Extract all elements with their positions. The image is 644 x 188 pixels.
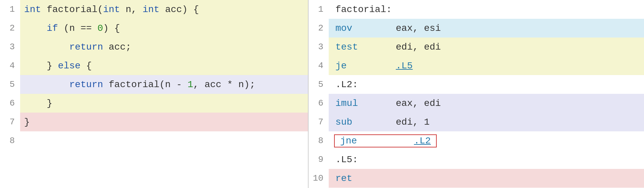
plain-token: , acc * n); (193, 79, 255, 90)
right-pane: 1factorial:2moveax, esi3testedi, edi4je.… (309, 0, 644, 188)
table-row: 8 (0, 131, 308, 150)
table-row: 2 if (n == 0) { (0, 19, 308, 38)
table-row: 3testedi, edi (309, 38, 644, 56)
table-row: 3 return acc; (0, 38, 308, 56)
line-content: imuleax, edi (329, 94, 644, 113)
table-row: 7} (0, 113, 308, 131)
line-content: int factorial(int n, int acc) { (20, 0, 308, 19)
line-number: 4 (309, 56, 329, 75)
plain-token: n, (120, 4, 143, 15)
plain-token: ) { (103, 23, 120, 34)
keyword-token: return (69, 42, 103, 52)
line-number: 8 (0, 131, 20, 150)
plain-token: } (24, 61, 58, 71)
plain-token (24, 42, 69, 52)
keyword-token: return (69, 79, 103, 90)
asm-operands: edi, edi (396, 42, 441, 52)
line-number: 8 (309, 131, 329, 150)
plain-token: { (80, 61, 92, 71)
line-content: .L5: (329, 150, 644, 169)
plain-token: factorial(n - (103, 79, 187, 90)
line-number: 10 (309, 169, 329, 188)
asm-label: factorial: (335, 4, 392, 15)
table-row: 6 } (0, 94, 308, 113)
table-row: 10ret (309, 169, 644, 188)
plain-token: } (24, 117, 30, 127)
line-number: 3 (0, 38, 20, 56)
plain-token: acc) { (159, 4, 199, 15)
line-content: } (20, 113, 308, 131)
table-row: 4 } else { (0, 56, 308, 75)
asm-operands: .L5 (396, 61, 413, 71)
line-number: 7 (0, 113, 20, 131)
left-pane: 1int factorial(int n, int acc) {2 if (n … (0, 0, 309, 188)
asm-instruction: mov (335, 23, 396, 34)
line-number: 1 (309, 0, 329, 19)
line-number: 6 (0, 94, 20, 113)
number-token: 1 (187, 79, 193, 90)
line-number: 1 (0, 0, 20, 19)
table-row: 2moveax, esi (309, 19, 644, 38)
line-number: 6 (309, 94, 329, 113)
line-content: ret (329, 169, 644, 188)
keyword-token: int (24, 4, 41, 15)
line-content: return factorial(n - 1, acc * n); (20, 75, 308, 94)
asm-instruction: sub (335, 117, 396, 127)
asm-instruction: ret (335, 173, 396, 184)
asm-boxed-instruction: jne.L2 (334, 134, 437, 147)
table-row: 9.L5: (309, 150, 644, 169)
line-content: testedi, edi (329, 38, 644, 56)
asm-label: .L5: (335, 154, 358, 165)
asm-instruction: imul (335, 98, 396, 109)
line-number: 7 (309, 113, 329, 131)
plain-token: factorial( (41, 4, 103, 15)
line-content: subedi, 1 (329, 113, 644, 131)
plain-token: (n == (58, 23, 98, 34)
plain-token (24, 23, 47, 34)
line-content: } else { (20, 56, 308, 75)
plain-token (24, 79, 69, 90)
line-content: moveax, esi (329, 19, 644, 38)
line-content: je.L5 (329, 56, 644, 75)
line-content: .L2: (329, 75, 644, 94)
line-number: 9 (309, 150, 329, 169)
keyword-token: int (103, 4, 120, 15)
number-token: 0 (97, 23, 103, 34)
asm-instruction: test (335, 42, 396, 52)
line-number: 3 (309, 38, 329, 56)
table-row: 5 return factorial(n - 1, acc * n); (0, 75, 308, 94)
line-content: jne.L2 (329, 131, 644, 150)
line-content: factorial: (329, 0, 644, 19)
line-number: 2 (0, 19, 20, 38)
keyword-token: if (47, 23, 58, 34)
asm-operands: .L2 (400, 136, 431, 146)
line-number: 2 (309, 19, 329, 38)
line-content: return acc; (20, 38, 308, 56)
keyword-token: int (143, 4, 159, 15)
asm-operands: eax, edi (396, 98, 441, 109)
plain-token: } (24, 98, 52, 109)
table-row: 5.L2: (309, 75, 644, 94)
table-row: 7subedi, 1 (309, 113, 644, 131)
plain-token: acc; (103, 42, 131, 52)
line-number: 5 (0, 75, 20, 94)
line-content: if (n == 0) { (20, 19, 308, 38)
table-row: 1factorial: (309, 0, 644, 19)
table-row: 4je.L5 (309, 56, 644, 75)
table-row: 1int factorial(int n, int acc) { (0, 0, 308, 19)
keyword-token: else (58, 61, 80, 71)
line-content (20, 131, 308, 150)
asm-instruction: jne (340, 136, 400, 146)
line-number: 4 (0, 56, 20, 75)
asm-operands: eax, esi (396, 23, 441, 34)
line-content: } (20, 94, 308, 113)
asm-instruction: je (335, 61, 396, 71)
asm-label: .L2: (335, 79, 358, 90)
line-number: 5 (309, 75, 329, 94)
asm-operands: edi, 1 (396, 117, 430, 127)
table-row: 6imuleax, edi (309, 94, 644, 113)
table-row: 8jne.L2 (309, 131, 644, 150)
